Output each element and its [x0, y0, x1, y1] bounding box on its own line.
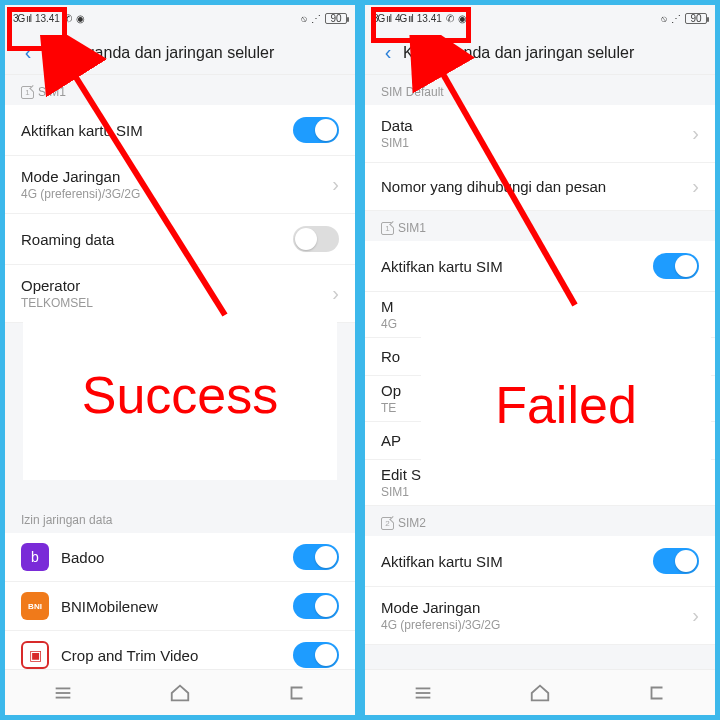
sim-icon: 1: [381, 222, 394, 235]
wifi-icon: ⋰: [311, 13, 321, 24]
nav-bar: [5, 669, 355, 715]
chevron-right-icon: ›: [692, 175, 699, 198]
status-bar: 3G ııl 4G ııl 13.41 ✆ ◉ ⍉ ⋰ 90: [365, 5, 715, 31]
camera-icon: ◉: [458, 13, 467, 24]
toggle-sim[interactable]: [653, 253, 699, 279]
toggle-app[interactable]: [293, 593, 339, 619]
row-data[interactable]: Data SIM1 ›: [365, 105, 715, 163]
signal-icon-2: 4G ııl: [395, 13, 413, 24]
battery-icon: 90: [685, 13, 707, 24]
chevron-right-icon: ›: [692, 604, 699, 627]
row-nomor[interactable]: Nomor yang dihubungi dan pesan ›: [365, 163, 715, 211]
phone-right: 3G ııl 4G ııl 13.41 ✆ ◉ ⍉ ⋰ 90 ‹ Kartu g…: [365, 5, 715, 715]
menu-button[interactable]: [412, 682, 434, 704]
whatsapp-icon: ✆: [446, 13, 454, 24]
row-activate-sim[interactable]: Aktifkan kartu SIM: [5, 105, 355, 156]
sim-icon: 2: [381, 517, 394, 530]
toggle-sim2[interactable]: [653, 548, 699, 574]
wifi-icon: ⋰: [671, 13, 681, 24]
home-button[interactable]: [169, 682, 191, 704]
page-header: ‹ Kartu ganda dan jaringan seluler: [365, 31, 715, 75]
chevron-right-icon: ›: [332, 173, 339, 196]
crop-icon: ▣: [21, 641, 49, 669]
row-activate-sim1[interactable]: Aktifkan kartu SIM: [365, 241, 715, 292]
app-row-crop[interactable]: ▣ Crop and Trim Video: [5, 631, 355, 669]
toggle-app[interactable]: [293, 642, 339, 668]
phone-left: 3G ııl 13.41 ✆ ◉ ⍉ ⋰ 90 ‹ Kartu ganda da…: [5, 5, 355, 715]
row-network-mode[interactable]: Mode Jaringan 4G (preferensi)/3G/2G ›: [5, 156, 355, 214]
nav-bar: [365, 669, 715, 715]
section-data-perm: Izin jaringan data: [5, 503, 355, 533]
back-nav-button[interactable]: [646, 682, 668, 704]
back-button[interactable]: ‹: [13, 41, 43, 64]
toggle-sim[interactable]: [293, 117, 339, 143]
app-row-bni[interactable]: BNI BNIMobilenew: [5, 582, 355, 631]
section-sim1: 1 SIM1: [365, 211, 715, 241]
chevron-right-icon: ›: [692, 122, 699, 145]
signal-icon: 3G ııl: [373, 13, 391, 24]
section-sim2: 2 SIM2: [365, 506, 715, 536]
back-nav-button[interactable]: [286, 682, 308, 704]
bni-icon: BNI: [21, 592, 49, 620]
row-mode2[interactable]: Mode Jaringan 4G (preferensi)/3G/2G ›: [365, 587, 715, 645]
chevron-right-icon: ›: [332, 282, 339, 305]
back-button[interactable]: ‹: [373, 41, 403, 64]
menu-button[interactable]: [52, 682, 74, 704]
signal-icon: 3G ııl: [13, 13, 31, 24]
app-row-badoo[interactable]: b Badoo: [5, 533, 355, 582]
camera-icon: ◉: [76, 13, 85, 24]
section-sim-default: SIM Default: [365, 75, 715, 105]
bell-muted-icon: ⍉: [301, 13, 307, 24]
badoo-icon: b: [21, 543, 49, 571]
bell-muted-icon: ⍉: [661, 13, 667, 24]
clock: 13.41: [35, 13, 60, 24]
status-bar: 3G ııl 13.41 ✆ ◉ ⍉ ⋰ 90: [5, 5, 355, 31]
clock: 13.41: [417, 13, 442, 24]
page-header: ‹ Kartu ganda dan jaringan seluler: [5, 31, 355, 75]
status-label-failed: Failed: [421, 305, 711, 505]
home-button[interactable]: [529, 682, 551, 704]
page-title: Kartu ganda dan jaringan seluler: [43, 44, 274, 62]
whatsapp-icon: ✆: [64, 13, 72, 24]
sim-icon: 1: [21, 86, 34, 99]
row-roaming[interactable]: Roaming data: [5, 214, 355, 265]
toggle-roaming[interactable]: [293, 226, 339, 252]
toggle-app[interactable]: [293, 544, 339, 570]
section-sim1: 1 SIM1: [5, 75, 355, 105]
row-activate-sim2[interactable]: Aktifkan kartu SIM: [365, 536, 715, 587]
battery-icon: 90: [325, 13, 347, 24]
page-title: Kartu ganda dan jaringan seluler: [403, 44, 634, 62]
status-label-success: Success: [23, 310, 337, 480]
